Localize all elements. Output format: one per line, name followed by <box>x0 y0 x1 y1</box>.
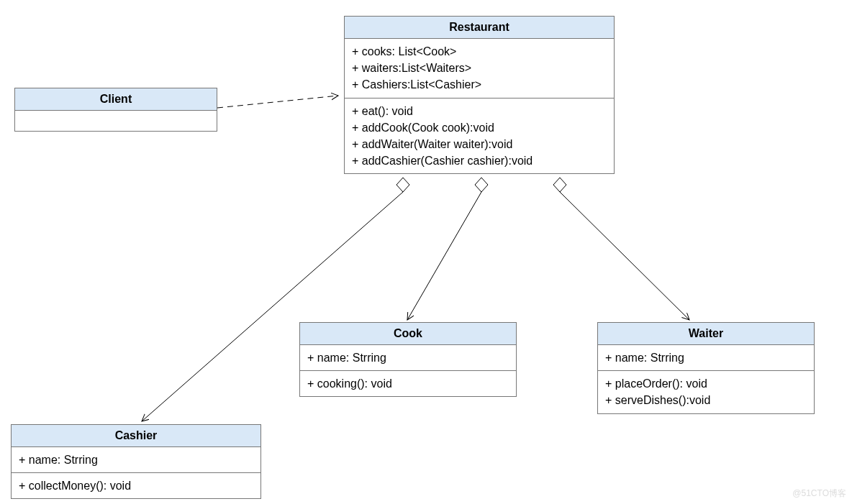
agg-diamond-waiter <box>553 178 566 192</box>
class-cook: Cook + name: Strring + cooking(): void <box>299 322 517 397</box>
dep-client-restaurant <box>217 96 338 108</box>
attr-row: + name: Strring <box>307 349 509 366</box>
attr-row: + Cashiers:List<Cashier> <box>352 76 607 93</box>
class-client-body <box>15 111 217 131</box>
class-waiter-ops: + placeOrder(): void + serveDishes():voi… <box>598 371 814 413</box>
class-cashier-attrs: + name: Strring <box>12 447 260 473</box>
op-row: + addCook(Cook cook):void <box>352 119 607 136</box>
agg-line-waiter <box>560 192 689 320</box>
class-client: Client <box>14 88 217 132</box>
op-row: + placeOrder(): void <box>605 375 807 392</box>
class-waiter-title: Waiter <box>598 323 814 345</box>
attr-row: + waiters:List<Waiters> <box>352 60 607 76</box>
class-client-title: Client <box>15 88 217 111</box>
op-row: + collectMoney(): void <box>19 477 253 494</box>
agg-diamond-cashier <box>396 178 409 192</box>
attr-row: + name: Strring <box>19 452 253 468</box>
agg-diamond-cook <box>475 178 488 192</box>
class-restaurant-attrs: + cooks: List<Cook> + waiters:List<Waite… <box>345 39 614 98</box>
class-cashier-title: Cashier <box>12 425 260 447</box>
op-row: + addCashier(Cashier cashier):void <box>352 152 607 169</box>
attr-row: + cooks: List<Cook> <box>352 43 607 60</box>
class-waiter-attrs: + name: Strring <box>598 345 814 371</box>
op-row: + addWaiter(Waiter waiter):void <box>352 136 607 152</box>
class-cook-ops: + cooking(): void <box>300 371 516 396</box>
class-restaurant-ops: + eat(): void + addCook(Cook cook):void … <box>345 98 614 174</box>
class-restaurant: Restaurant + cooks: List<Cook> + waiters… <box>344 16 615 174</box>
class-cook-title: Cook <box>300 323 516 345</box>
class-restaurant-title: Restaurant <box>345 17 614 39</box>
op-row: + eat(): void <box>352 103 607 119</box>
class-waiter: Waiter + name: Strring + placeOrder(): v… <box>597 322 815 414</box>
class-cook-attrs: + name: Strring <box>300 345 516 371</box>
class-cashier: Cashier + name: Strring + collectMoney()… <box>11 424 261 499</box>
class-cashier-ops: + collectMoney(): void <box>12 473 260 498</box>
agg-line-cook <box>407 192 481 320</box>
op-row: + serveDishes():void <box>605 392 807 408</box>
op-row: + cooking(): void <box>307 375 509 392</box>
watermark: @51CTO博客 <box>792 487 846 500</box>
attr-row: + name: Strring <box>605 349 807 366</box>
